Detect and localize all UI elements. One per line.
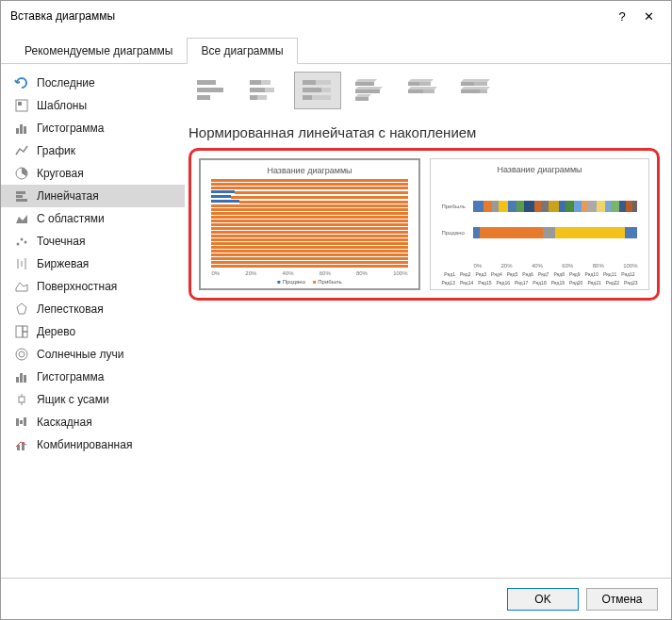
sidebar-item-line[interactable]: График: [1, 139, 185, 162]
close-button[interactable]: ✕: [635, 9, 662, 24]
svg-rect-47: [355, 90, 380, 93]
radar-chart-icon: [14, 302, 29, 317]
svg-rect-46: [355, 82, 374, 86]
subtype-clustered-bar[interactable]: [188, 72, 236, 109]
svg-rect-26: [16, 418, 19, 426]
svg-rect-36: [250, 88, 265, 92]
svg-rect-37: [265, 88, 274, 92]
sidebar-item-histogram[interactable]: Гистограмма: [1, 366, 185, 388]
svg-rect-27: [20, 420, 23, 424]
svg-rect-49: [408, 82, 419, 86]
sidebar-item-waterfall[interactable]: Каскадная: [1, 411, 185, 433]
svg-rect-32: [197, 88, 223, 92]
histogram-icon: [14, 369, 29, 384]
chart1-bars: [211, 179, 407, 268]
sidebar-item-scatter[interactable]: Точечная: [1, 230, 185, 253]
chart1-legend: Продано Прибыль: [277, 279, 341, 285]
chart-category-sidebar: Последние Шаблоны Гистограмма График Кру…: [1, 64, 185, 578]
subtype-row: [188, 72, 660, 109]
bar-chart-icon: [14, 188, 29, 204]
svg-rect-35: [261, 80, 270, 85]
sidebar-item-column[interactable]: Гистограмма: [1, 117, 185, 139]
chart1-axis: 0%20%40%60%80%100%: [211, 270, 407, 276]
svg-rect-15: [16, 326, 23, 337]
sidebar-item-boxwhisker[interactable]: Ящик с усами: [1, 388, 185, 411]
sidebar-item-templates[interactable]: Шаблоны: [1, 94, 185, 117]
svg-rect-3: [20, 124, 23, 134]
sidebar-item-sunburst[interactable]: Солнечные лучи: [1, 343, 185, 366]
stock-chart-icon: [14, 256, 29, 271]
sidebar-item-recent[interactable]: Последние: [1, 72, 185, 94]
svg-rect-23: [19, 397, 25, 402]
sidebar-item-combo[interactable]: Комбинированная: [1, 433, 185, 456]
sidebar-item-area[interactable]: С областями: [1, 207, 185, 230]
preview-chart-2[interactable]: Название диаграммы Прибыль Продано 0%20%…: [430, 158, 649, 290]
sidebar-item-bar[interactable]: Линейчатая: [1, 185, 185, 207]
svg-rect-16: [23, 326, 27, 332]
chart2-body: Прибыль Продано: [441, 178, 637, 261]
line-chart-icon: [14, 143, 29, 158]
sidebar-item-surface[interactable]: Поверхностная: [1, 275, 185, 298]
ok-button[interactable]: OK: [507, 588, 579, 611]
svg-rect-39: [257, 95, 267, 100]
svg-rect-50: [419, 82, 431, 86]
subtype-3d-100-stacked-bar[interactable]: [452, 72, 500, 109]
recent-icon: [14, 75, 29, 90]
subtype-3d-stacked-bar[interactable]: [400, 72, 447, 109]
preview-row: Название диаграммы 0%20%40%60%80%100% Пр…: [188, 148, 660, 301]
svg-rect-56: [480, 90, 487, 93]
sidebar-item-treemap[interactable]: Дерево: [1, 320, 185, 343]
main-panel: Нормированная линейчатая с накоплением Н…: [185, 64, 671, 578]
svg-rect-44: [303, 95, 312, 100]
subtype-3d-clustered-bar[interactable]: [347, 72, 394, 109]
svg-rect-52: [423, 90, 434, 93]
svg-point-18: [19, 351, 25, 357]
waterfall-icon: [14, 415, 29, 430]
treemap-icon: [14, 324, 29, 339]
svg-rect-38: [250, 95, 257, 100]
tab-all-charts[interactable]: Все диаграммы: [187, 38, 297, 64]
svg-rect-54: [474, 82, 487, 86]
pie-chart-icon: [14, 166, 29, 181]
svg-rect-53: [461, 82, 474, 86]
svg-rect-1: [18, 102, 22, 106]
svg-rect-20: [16, 377, 19, 383]
tab-strip: Рекомендуемые диаграммы Все диаграммы: [1, 37, 671, 64]
svg-rect-17: [23, 332, 27, 337]
subtype-100-stacked-bar[interactable]: [294, 72, 341, 109]
chart1-title: Название диаграммы: [267, 166, 352, 175]
svg-rect-40: [303, 80, 316, 85]
sidebar-item-pie[interactable]: Круговая: [1, 162, 185, 185]
svg-rect-7: [16, 195, 23, 198]
preview-chart-1[interactable]: Название диаграммы 0%20%40%60%80%100% Пр…: [199, 158, 420, 290]
svg-point-11: [25, 241, 27, 244]
insert-chart-dialog: Вставка диаграммы ? ✕ Рекомендуемые диаг…: [0, 0, 672, 620]
svg-rect-48: [355, 97, 369, 101]
sidebar-item-stock[interactable]: Биржевая: [1, 253, 185, 275]
help-button[interactable]: ?: [609, 9, 635, 24]
svg-point-9: [17, 243, 20, 246]
svg-rect-6: [16, 191, 25, 194]
svg-rect-8: [16, 199, 27, 202]
column-chart-icon: [14, 121, 29, 136]
templates-icon: [14, 98, 29, 113]
svg-rect-33: [197, 95, 210, 100]
scatter-chart-icon: [14, 234, 29, 249]
combo-chart-icon: [14, 437, 29, 452]
chart2-axis: 0%20%40%60%80%100%: [441, 263, 637, 269]
surface-chart-icon: [14, 279, 29, 294]
svg-rect-43: [321, 88, 331, 92]
chart2-title: Название диаграммы: [497, 165, 582, 174]
sidebar-item-radar[interactable]: Лепестковая: [1, 298, 185, 320]
svg-rect-28: [24, 417, 26, 426]
subtype-stacked-bar[interactable]: [241, 72, 288, 109]
svg-rect-34: [250, 80, 261, 85]
svg-rect-51: [408, 90, 423, 93]
tab-recommended[interactable]: Рекомендуемые диаграммы: [10, 38, 187, 64]
svg-rect-2: [16, 128, 19, 134]
cancel-button[interactable]: Отмена: [586, 588, 658, 611]
svg-rect-21: [20, 373, 23, 383]
svg-point-10: [21, 238, 24, 241]
svg-rect-42: [303, 88, 321, 92]
dialog-footer: OK Отмена: [1, 578, 671, 619]
